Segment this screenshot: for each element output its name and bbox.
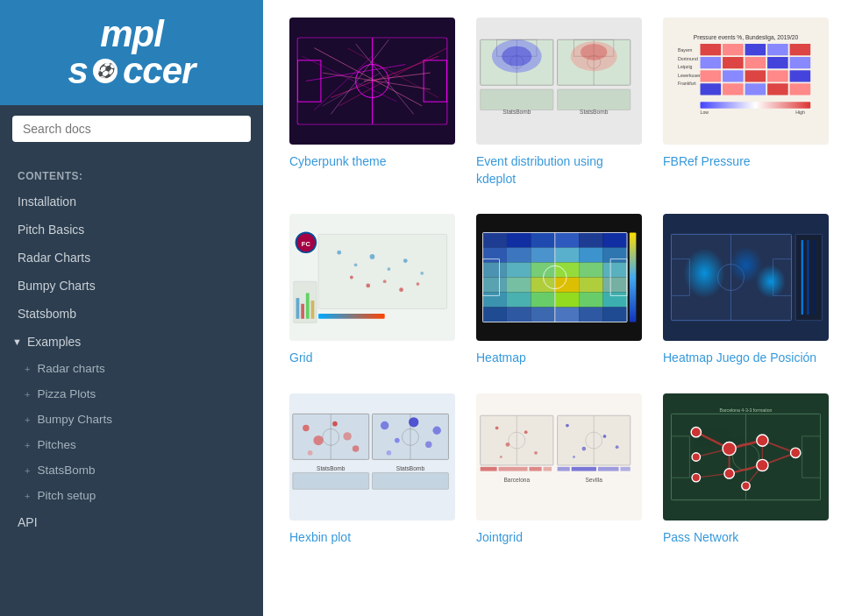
svg-rect-54: [745, 70, 766, 81]
svg-rect-187: [558, 467, 570, 471]
sidebar-nav: CONTENTS: Installation Pitch Basics Rada…: [0, 152, 263, 616]
gallery-thumb-hexbin: StatsBomb StatsBomb: [289, 393, 455, 520]
plus-icon: +: [25, 364, 30, 374]
svg-point-78: [399, 288, 403, 293]
svg-point-150: [343, 432, 351, 440]
svg-rect-43: [723, 44, 744, 55]
svg-point-174: [500, 456, 502, 458]
gallery-item-jointgrid[interactable]: Barcelona Sevilla Jointgrid: [476, 393, 642, 547]
svg-rect-32: [558, 89, 631, 110]
svg-rect-85: [318, 314, 385, 319]
svg-text:StatsBomb: StatsBomb: [502, 109, 531, 115]
svg-text:Bayern: Bayern: [678, 47, 693, 53]
svg-text:StatsBomb: StatsBomb: [396, 464, 425, 471]
sub-item-label: Pizza Plots: [37, 387, 96, 400]
sidebar-item-pitch-basics[interactable]: Pitch Basics: [0, 216, 263, 244]
sidebar-item-statsbomb[interactable]: Statsbomb: [0, 300, 263, 328]
gallery-item-heatmap-juego[interactable]: Heatmap Juego de Posición: [663, 214, 829, 367]
svg-point-72: [388, 267, 391, 271]
svg-rect-115: [555, 293, 579, 308]
gallery-label-heatmap-juego: Heatmap Juego de Posición: [663, 350, 829, 367]
logo-soccer: s⚽ccer: [68, 53, 196, 89]
gallery-item-fbref[interactable]: Pressure events %, Bundesliga, 2019/20 B…: [663, 18, 829, 188]
svg-rect-89: [507, 233, 531, 248]
sidebar-item-pitch-setup[interactable]: + Pitch setup: [0, 483, 263, 508]
sidebar-item-bumpy-charts[interactable]: Bumpy Charts: [0, 272, 263, 300]
gallery-thumb-heatmap: [476, 214, 642, 341]
svg-rect-45: [767, 44, 788, 55]
svg-point-138: [756, 266, 786, 299]
svg-rect-121: [555, 308, 579, 322]
svg-rect-82: [301, 304, 304, 319]
svg-rect-98: [579, 248, 602, 263]
sidebar-item-radar-charts-sub[interactable]: + Radar charts: [0, 356, 263, 381]
svg-rect-118: [483, 308, 507, 322]
svg-rect-109: [555, 278, 579, 293]
gallery-label-cyberpunk: Cyberpunk theme: [289, 153, 455, 171]
svg-rect-107: [507, 278, 531, 293]
sidebar-item-installation[interactable]: Installation: [0, 188, 263, 216]
gallery-thumb-jointgrid: Barcelona Sevilla: [476, 393, 642, 520]
gallery-item-cyberpunk[interactable]: Cyberpunk theme: [289, 18, 455, 188]
sidebar-item-statsbomb-sub[interactable]: + StatsBomb: [0, 457, 263, 483]
gallery-label-heatmap: Heatmap: [476, 350, 642, 367]
svg-rect-90: [531, 233, 554, 248]
svg-rect-165: [373, 472, 449, 489]
svg-point-70: [354, 264, 358, 267]
svg-text:High: High: [795, 110, 805, 115]
svg-point-75: [350, 276, 353, 280]
svg-point-216: [692, 473, 700, 481]
svg-point-30: [581, 44, 607, 60]
svg-rect-96: [531, 248, 554, 263]
svg-rect-44: [745, 44, 766, 55]
svg-rect-83: [306, 294, 310, 319]
svg-point-209: [691, 427, 701, 436]
svg-rect-57: [701, 83, 722, 95]
svg-rect-58: [723, 83, 744, 95]
svg-point-76: [366, 284, 370, 288]
gallery-item-grid[interactable]: FC: [289, 214, 455, 367]
logo-mpl: mpl: [68, 16, 196, 53]
svg-rect-48: [723, 57, 744, 68]
svg-rect-59: [745, 83, 766, 95]
sidebar-item-pizza-plots[interactable]: + Pizza Plots: [0, 381, 263, 407]
svg-point-171: [506, 443, 510, 447]
svg-rect-120: [531, 308, 554, 322]
gallery-item-event-dist[interactable]: StatsBomb StatsBomb Event distribution u…: [476, 18, 642, 188]
svg-rect-101: [507, 263, 531, 278]
svg-rect-139: [795, 235, 822, 321]
sidebar-item-api[interactable]: API: [0, 508, 263, 536]
sidebar-item-pitches[interactable]: + Pitches: [0, 432, 263, 457]
logo-ball-icon: ⚽: [93, 59, 118, 83]
sidebar-item-bumpy-charts-sub[interactable]: + Bumpy Charts: [0, 407, 263, 432]
gallery-item-heatmap[interactable]: Heatmap: [476, 214, 642, 367]
svg-point-159: [425, 441, 432, 448]
logo: mpl s⚽ccer: [68, 16, 196, 89]
svg-point-182: [566, 423, 569, 427]
svg-point-156: [381, 421, 388, 429]
svg-rect-52: [701, 70, 722, 81]
svg-point-160: [387, 450, 392, 456]
gallery-item-hexbin[interactable]: StatsBomb StatsBomb Hexbin plot: [289, 393, 455, 547]
svg-point-173: [534, 451, 538, 455]
svg-rect-104: [579, 263, 602, 278]
svg-text:StatsBomb: StatsBomb: [580, 109, 609, 115]
svg-rect-49: [745, 57, 766, 68]
gallery-thumb-heatmap-juego: [663, 214, 829, 341]
svg-rect-129: [630, 233, 637, 322]
svg-point-183: [581, 446, 586, 450]
svg-rect-53: [723, 70, 744, 81]
sidebar-item-radar-charts[interactable]: Radar Charts: [0, 244, 263, 272]
search-input[interactable]: [12, 116, 251, 142]
svg-rect-177: [529, 467, 541, 471]
svg-point-217: [742, 482, 750, 490]
gallery-label-hexbin: Hexbin plot: [289, 529, 455, 547]
svg-rect-189: [598, 467, 619, 471]
svg-point-161: [432, 426, 440, 434]
svg-point-77: [383, 280, 387, 284]
gallery-item-pass-network[interactable]: Barcelona 4-3-3 formation Pass Network: [663, 393, 829, 547]
sub-item-label: Pitches: [37, 438, 75, 451]
svg-point-214: [724, 469, 734, 478]
svg-rect-50: [767, 57, 788, 68]
examples-section-header[interactable]: ▼ Examples: [0, 328, 263, 356]
